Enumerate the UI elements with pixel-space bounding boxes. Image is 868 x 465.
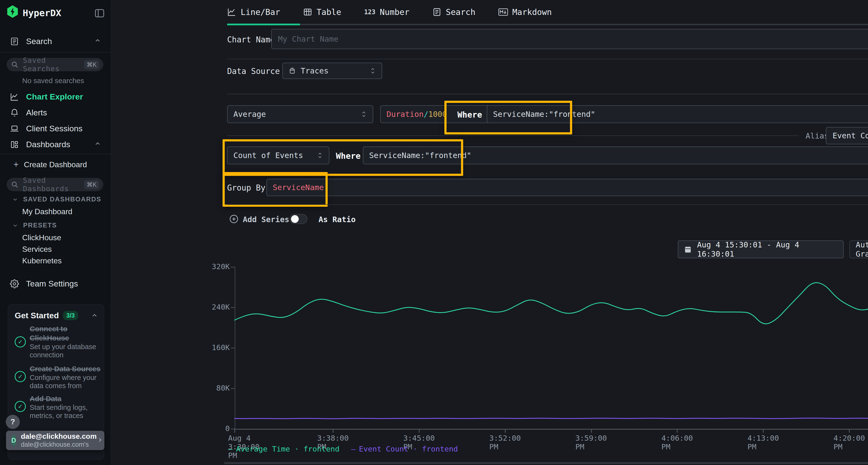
sidebar-item-alerts[interactable]: Alerts xyxy=(10,108,101,117)
sidebar-divider xyxy=(0,154,111,154)
x-tick-mark xyxy=(419,429,420,433)
chevron-up-icon[interactable] xyxy=(91,312,98,320)
tab-label: Markdown xyxy=(513,7,552,17)
group-by-input[interactable]: ServiceName xyxy=(267,179,868,196)
chart-explorer-label: Chart Explorer xyxy=(26,92,83,101)
aggregate-value: Average xyxy=(234,110,266,119)
user-menu[interactable]: D dale@clickhouse.com dale@clickhouse.co… xyxy=(6,431,104,450)
sidebar-item-chart-explorer[interactable]: Chart Explorer xyxy=(10,92,101,101)
as-ratio-toggle[interactable] xyxy=(289,214,307,224)
dashboard-grid-icon xyxy=(10,140,19,149)
chevron-right-icon xyxy=(97,437,103,444)
legend-swatch: — xyxy=(351,444,355,453)
laptop-icon xyxy=(10,124,19,133)
section-divider xyxy=(227,204,868,205)
data-source-select[interactable]: Traces xyxy=(282,63,382,79)
chevron-up-icon[interactable] xyxy=(94,140,101,149)
legend-item[interactable]: —Average Time · frontend xyxy=(228,444,340,453)
granularity-select[interactable]: Auto Granularity xyxy=(849,240,868,258)
tab-line-bar[interactable]: Line/Bar xyxy=(227,7,280,17)
dashboards-label: Dashboards xyxy=(26,140,70,149)
hyperdx-logo-icon xyxy=(7,5,18,18)
tab-search[interactable]: Search xyxy=(432,7,475,17)
item-desc: Set up your database xyxy=(30,343,96,351)
collapse-sidebar-icon[interactable] xyxy=(94,8,105,20)
tab-number[interactable]: 123 Number xyxy=(364,7,409,17)
y-tick-label: 240K xyxy=(196,303,230,311)
chevron-up-down-icon xyxy=(370,67,376,75)
series-line xyxy=(235,418,868,428)
check-circle-icon: ✓ xyxy=(15,336,26,347)
presets-section-header[interactable]: PRESETS xyxy=(12,222,57,229)
tab-markdown[interactable]: Markdown xyxy=(498,7,552,17)
sidebar-item-services[interactable]: Services xyxy=(22,245,52,254)
y-tick-label: 80K xyxy=(196,384,230,392)
saved-searches-placeholder: Saved Searches xyxy=(23,56,80,73)
user-subtext: dale@clickhouse.com's xyxy=(21,440,97,449)
y-tick-label: 0 xyxy=(196,424,230,433)
database-icon xyxy=(289,67,296,75)
item-title: Create Data Sources xyxy=(30,365,100,373)
circle-plus-icon[interactable] xyxy=(229,214,239,225)
as-ratio-label: As Ratio xyxy=(318,215,355,224)
help-button[interactable]: ? xyxy=(6,415,20,429)
date-range-picker[interactable]: Aug 4 15:30:01 - Aug 4 16:30:01 xyxy=(678,240,844,258)
chart-name-field[interactable] xyxy=(271,29,868,49)
number-123-icon: 123 xyxy=(364,8,375,16)
get-started-item[interactable]: Add Data Start sending logs,metrics, or … xyxy=(30,394,100,420)
sidebar-item-dashboards[interactable]: Dashboards xyxy=(10,140,101,149)
chevron-up-icon[interactable] xyxy=(94,37,101,46)
sidebar-item-kubernetes[interactable]: Kubernetes xyxy=(22,256,62,265)
line-bar-chart-icon xyxy=(227,7,236,16)
sidebar-search-label: Search xyxy=(26,37,52,46)
item-desc-2: metrics, or traces xyxy=(30,412,83,420)
item-desc: Start sending logs, xyxy=(30,404,88,411)
sidebar-item-clickhouse[interactable]: ClickHouse xyxy=(22,233,61,242)
saved-dashboards-section-header[interactable]: SAVED DASHBOARDS xyxy=(12,196,101,203)
team-settings-label: Team Settings xyxy=(26,279,78,289)
series-line xyxy=(235,283,868,327)
chart-legend: —Average Time · frontend—Event Count · f… xyxy=(228,444,458,453)
item-desc: Configure where your xyxy=(30,374,96,381)
saved-dashboards-input[interactable]: Saved Dashboards ⌘K xyxy=(7,178,103,191)
sidebar-item-team-settings[interactable]: Team Settings xyxy=(10,279,101,289)
gear-icon xyxy=(10,279,19,289)
get-started-item[interactable]: Connect toClickHouse Set up your databas… xyxy=(30,324,97,359)
hyperdx-app: HyperDX Search Saved Searches ⌘K No save… xyxy=(0,0,868,465)
series2-alias-field[interactable] xyxy=(826,127,868,144)
highlight-box-series1-where xyxy=(444,101,572,134)
series2-alias-input[interactable] xyxy=(832,131,868,140)
y-tick-label: 160K xyxy=(196,343,230,352)
x-tick-mark xyxy=(591,429,592,433)
horizontal-scrollbar[interactable] xyxy=(224,462,868,464)
saved-searches-input[interactable]: Saved Searches ⌘K xyxy=(7,58,103,71)
sidebar-section-search[interactable]: Search xyxy=(10,37,101,46)
section-divider xyxy=(227,59,868,59)
chart-name-input[interactable] xyxy=(278,34,868,44)
series1-aggregate-select[interactable]: Average xyxy=(227,105,373,123)
shortcut-badge: ⌘K xyxy=(84,180,99,189)
markdown-icon xyxy=(498,8,508,16)
sidebar-item-client-sessions[interactable]: Client Sessions xyxy=(10,124,101,133)
legend-item[interactable]: —Event Count · frontend xyxy=(351,444,458,453)
bell-icon xyxy=(10,108,19,117)
x-tick-label: 3:52:00 PM xyxy=(489,434,521,451)
view-tabs: Line/Bar Table 123 Number Search xyxy=(227,7,552,17)
add-series-button[interactable]: Add Series xyxy=(243,215,289,224)
get-started-item[interactable]: Create Data Sources Configure where your… xyxy=(30,364,100,390)
y-tick-mark xyxy=(231,307,235,308)
x-tick-label: 4:20:00 PM xyxy=(834,434,865,451)
x-tick-label: 4:06:00 PM xyxy=(661,434,693,451)
data-source-label: Data Source xyxy=(227,66,280,76)
x-tick-mark xyxy=(235,429,235,433)
y-tick-mark xyxy=(231,388,235,389)
tab-label: Number xyxy=(380,7,409,17)
y-tick-mark xyxy=(231,267,235,267)
timeseries-chart[interactable] xyxy=(235,267,868,429)
create-dashboard-button[interactable]: + Create Dashboard xyxy=(13,160,87,170)
y-tick-label: 320K xyxy=(196,262,230,271)
tab-table[interactable]: Table xyxy=(303,7,341,17)
journal-search-icon xyxy=(10,37,19,46)
sidebar-item-my-dashboard[interactable]: My Dashboard xyxy=(22,207,72,216)
granularity-value: Auto Granularity xyxy=(856,240,868,259)
